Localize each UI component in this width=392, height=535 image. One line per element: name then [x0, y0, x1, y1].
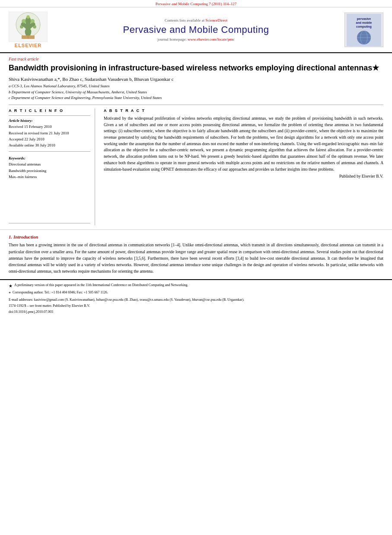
abstract-text: Motivated by the widespread proliferatio…: [104, 115, 383, 172]
footnote-star: ★ A preliminary version of this paper ap…: [9, 283, 383, 289]
intro-title: 1. Introduction: [9, 234, 383, 239]
affiliation-c: c Department of Computer Science and Eng…: [9, 95, 383, 101]
abstract-column: A B S T R A C T Motivated by the widespr…: [104, 108, 383, 226]
journal-thumbnail: pervasive and mobile computing: [344, 13, 383, 47]
authors-list: Shiva Kasiviswanathan a,*, Bo Zhao c, Su…: [9, 76, 383, 82]
svg-point-3: [30, 19, 35, 23]
article-header-section: Fast track article Bandwidth provisionin…: [0, 53, 392, 230]
issn-doi: 1574-1192/$ – see front matter. Publishe…: [9, 303, 383, 309]
footnote-star-text: A preliminary version of this paper appe…: [14, 283, 188, 289]
affiliation-a: a CCS-3, Los Alamos National Laboratory,…: [9, 83, 383, 89]
svg-text:and mobile: and mobile: [356, 21, 372, 24]
elsevier-brand: ELSEVIER: [15, 43, 41, 48]
article-body: 1. Introduction There has been a growing…: [0, 230, 392, 279]
keyword-3: Max–min fairness: [9, 174, 90, 180]
affiliation-b: b Department of Computer Science, Univer…: [9, 89, 383, 96]
journal-name: Pervasive and Mobile Computing: [52, 24, 340, 35]
elsevier-logo: ELSEVIER: [9, 12, 48, 48]
article-history: Article history: Received 15 February 20…: [9, 118, 90, 149]
article-info-column: A R T I C L E I N F O Article history: R…: [9, 108, 95, 226]
doi-text: doi:10.1016/j.pmcj.2010.07.003: [9, 309, 53, 315]
abstract-header: A B S T R A C T: [104, 108, 383, 113]
svg-point-4: [20, 25, 23, 29]
divider3: [9, 223, 90, 223]
sciencedirect-link[interactable]: ScienceDirect: [206, 18, 227, 22]
article-info-abstract-section: A R T I C L E I N F O Article history: R…: [9, 105, 383, 226]
footnote-email-text: E-mail addresses: kasivisw@gmail.com (S.…: [9, 297, 244, 303]
keyword-1: Directional antennas: [9, 161, 90, 167]
divider2: [9, 151, 90, 152]
footnote-email: E-mail addresses: kasivisw@gmail.com (S.…: [9, 297, 383, 303]
journal-homepage-link[interactable]: www.elsevier.com/locate/pmc: [188, 37, 234, 41]
history-label: Article history:: [9, 118, 33, 123]
accepted-date: Accepted 22 July 2010: [9, 136, 90, 142]
keywords-label: Keywords:: [9, 155, 90, 161]
article-info-header: A R T I C L E I N F O: [9, 108, 90, 113]
issn-text: 1574-1192/$ – see front matter. Publishe…: [9, 303, 90, 309]
journal-reference-text: Pervasive and Mobile Computing 7 (2011) …: [156, 2, 236, 6]
svg-point-2: [22, 19, 26, 23]
journal-header: ELSEVIER Contents lists available at Sci…: [0, 7, 392, 53]
homepage-info: journal homepage: www.elsevier.com/locat…: [52, 37, 340, 41]
fast-track-label: Fast track article: [9, 57, 383, 61]
footer-section: ★ A preliminary version of this paper ap…: [0, 279, 392, 318]
paper-title: Bandwidth provisioning in infrastructure…: [9, 63, 383, 73]
svg-point-5: [33, 25, 36, 29]
published-by: Published by Elsevier B.V.: [104, 174, 383, 178]
journal-title-section: Contents lists available at ScienceDirec…: [52, 18, 340, 41]
received-date: Received 15 February 2010: [9, 124, 90, 130]
contents-available: Contents lists available at ScienceDirec…: [52, 18, 340, 22]
keywords-block: Keywords: Directional antennas Bandwidth…: [9, 155, 90, 180]
doi-line: doi:10.1016/j.pmcj.2010.07.003: [9, 309, 383, 315]
journal-reference-bar: Pervasive and Mobile Computing 7 (2011) …: [0, 0, 392, 7]
divider: [9, 115, 90, 116]
footnote-corresponding: * Corresponding author. Tel.: +1 814 404…: [9, 290, 383, 296]
footnote-corresponding-text: Corresponding author. Tel.: +1 814 404 6…: [13, 290, 108, 296]
revised-date: Received in revised form 21 July 2010: [9, 130, 90, 136]
svg-text:pervasive: pervasive: [357, 17, 371, 21]
svg-text:computing: computing: [356, 25, 372, 29]
affiliations: a CCS-3, Los Alamos National Laboratory,…: [9, 83, 383, 101]
available-date: Available online 30 July 2010: [9, 142, 90, 148]
keyword-2: Bandwidth provisioning: [9, 168, 90, 174]
svg-point-6: [26, 15, 30, 19]
intro-paragraph: There has been a growing interest in the…: [9, 242, 383, 275]
